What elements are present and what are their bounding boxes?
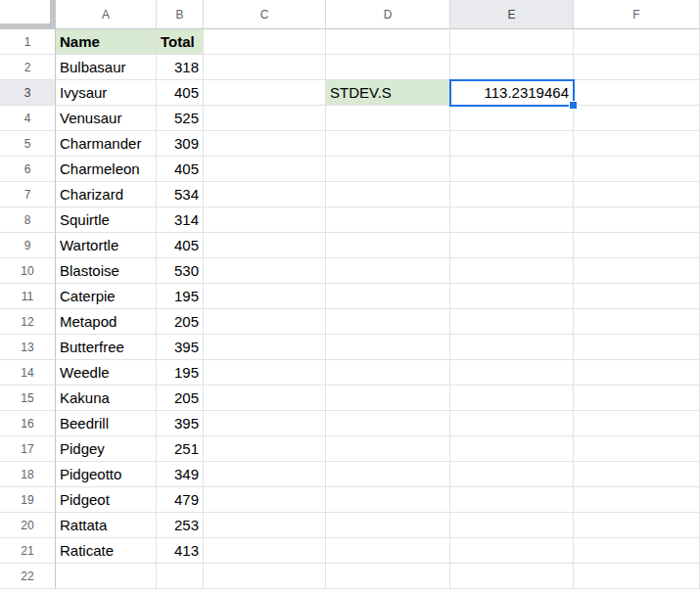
cell-E11[interactable]: [450, 284, 574, 309]
select-all-corner[interactable]: [0, 0, 56, 29]
cell-A8[interactable]: Squirtle: [56, 207, 157, 233]
row-header-16[interactable]: 16: [0, 411, 56, 436]
cell-D16[interactable]: [326, 411, 450, 436]
cell-D21[interactable]: [326, 538, 450, 564]
cell-D20[interactable]: [326, 513, 450, 538]
cell-D3[interactable]: STDEV.S: [326, 80, 450, 106]
cell-B21[interactable]: 413: [157, 538, 204, 564]
cell-D6[interactable]: [326, 157, 450, 182]
row-header-2[interactable]: 2: [0, 55, 56, 80]
cell-C12[interactable]: [204, 309, 326, 335]
cell-E2[interactable]: [450, 55, 574, 80]
cell-D11[interactable]: [326, 284, 450, 309]
row-header-17[interactable]: 17: [0, 436, 56, 462]
cell-E21[interactable]: [450, 538, 574, 564]
cell-D9[interactable]: [326, 233, 450, 258]
cell-A19[interactable]: Pidgeot: [56, 487, 157, 513]
cell-F18[interactable]: [574, 462, 700, 487]
cell-A15[interactable]: Kakuna: [56, 386, 157, 411]
cell-F11[interactable]: [574, 284, 700, 309]
cell-D18[interactable]: [326, 462, 450, 487]
row-header-3[interactable]: 3: [0, 80, 56, 106]
cell-C9[interactable]: [204, 233, 326, 258]
cell-D4[interactable]: [326, 106, 450, 131]
cell-C10[interactable]: [204, 258, 326, 284]
cell-F14[interactable]: [574, 360, 700, 386]
cell-A13[interactable]: Butterfree: [56, 335, 157, 360]
cell-C22[interactable]: [204, 564, 326, 589]
cell-F5[interactable]: [574, 131, 700, 157]
cell-E17[interactable]: [450, 436, 574, 462]
row-header-21[interactable]: 21: [0, 538, 56, 564]
cell-C5[interactable]: [204, 131, 326, 157]
cell-C4[interactable]: [204, 106, 326, 131]
row-header-4[interactable]: 4: [0, 106, 56, 131]
cell-B9[interactable]: 405: [157, 233, 204, 258]
cell-D22[interactable]: [326, 564, 450, 589]
cell-A11[interactable]: Caterpie: [56, 284, 157, 309]
cell-A2[interactable]: Bulbasaur: [56, 55, 157, 80]
cell-B3[interactable]: 405: [157, 80, 204, 106]
cell-B11[interactable]: 195: [157, 284, 204, 309]
cell-F6[interactable]: [574, 157, 700, 182]
cell-D17[interactable]: [326, 436, 450, 462]
fill-handle[interactable]: [569, 101, 578, 110]
cell-C21[interactable]: [204, 538, 326, 564]
cell-B22[interactable]: [157, 564, 204, 589]
cell-A20[interactable]: Rattata: [56, 513, 157, 538]
cell-C7[interactable]: [204, 182, 326, 207]
column-header-A[interactable]: A: [56, 0, 157, 29]
cell-E20[interactable]: [450, 513, 574, 538]
cell-C14[interactable]: [204, 360, 326, 386]
cell-E13[interactable]: [450, 335, 574, 360]
cell-E6[interactable]: [450, 157, 574, 182]
cell-C2[interactable]: [204, 55, 326, 80]
cell-E3[interactable]: 113.2319464: [450, 80, 574, 106]
cell-B1[interactable]: Total: [157, 29, 204, 55]
cell-E16[interactable]: [450, 411, 574, 436]
cell-F8[interactable]: [574, 207, 700, 233]
cell-C16[interactable]: [204, 411, 326, 436]
cell-B2[interactable]: 318: [157, 55, 204, 80]
cell-E8[interactable]: [450, 207, 574, 233]
cell-A6[interactable]: Charmeleon: [56, 157, 157, 182]
cell-F19[interactable]: [574, 487, 700, 513]
cell-B13[interactable]: 395: [157, 335, 204, 360]
cell-C1[interactable]: [204, 29, 326, 55]
column-header-B[interactable]: B: [157, 0, 204, 29]
cell-D13[interactable]: [326, 335, 450, 360]
cell-F9[interactable]: [574, 233, 700, 258]
cell-E15[interactable]: [450, 386, 574, 411]
cell-B6[interactable]: 405: [157, 157, 204, 182]
cell-A4[interactable]: Venusaur: [56, 106, 157, 131]
cell-C15[interactable]: [204, 386, 326, 411]
cell-A7[interactable]: Charizard: [56, 182, 157, 207]
cell-C8[interactable]: [204, 207, 326, 233]
cell-F1[interactable]: [574, 29, 700, 55]
cell-F13[interactable]: [574, 335, 700, 360]
cell-B5[interactable]: 309: [157, 131, 204, 157]
cell-A1[interactable]: Name: [56, 29, 157, 55]
cell-A12[interactable]: Metapod: [56, 309, 157, 335]
cell-B18[interactable]: 349: [157, 462, 204, 487]
cell-C20[interactable]: [204, 513, 326, 538]
cell-A17[interactable]: Pidgey: [56, 436, 157, 462]
cell-F16[interactable]: [574, 411, 700, 436]
row-header-1[interactable]: 1: [0, 29, 56, 55]
cell-E14[interactable]: [450, 360, 574, 386]
cell-F15[interactable]: [574, 386, 700, 411]
cell-B7[interactable]: 534: [157, 182, 204, 207]
row-header-15[interactable]: 15: [0, 386, 56, 411]
row-header-8[interactable]: 8: [0, 207, 56, 233]
cell-F10[interactable]: [574, 258, 700, 284]
cell-D7[interactable]: [326, 182, 450, 207]
cell-A22[interactable]: [56, 564, 157, 589]
cell-B8[interactable]: 314: [157, 207, 204, 233]
column-header-C[interactable]: C: [204, 0, 326, 29]
row-header-5[interactable]: 5: [0, 131, 56, 157]
row-header-10[interactable]: 10: [0, 258, 56, 284]
cell-F20[interactable]: [574, 513, 700, 538]
column-header-D[interactable]: D: [326, 0, 450, 29]
cell-B20[interactable]: 253: [157, 513, 204, 538]
row-header-9[interactable]: 9: [0, 233, 56, 258]
